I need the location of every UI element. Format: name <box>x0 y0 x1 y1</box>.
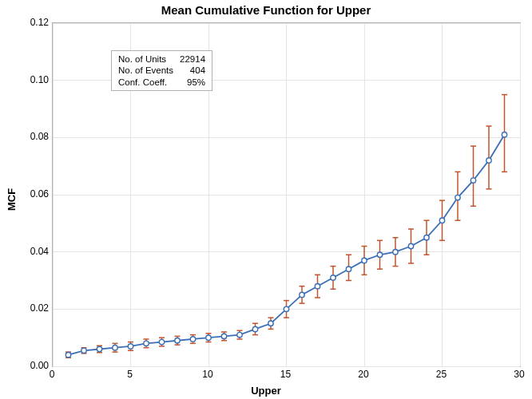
svg-point-115 <box>284 306 288 311</box>
svg-point-114 <box>268 321 273 326</box>
x-tick-label: 5 <box>118 369 142 380</box>
x-tick-label: 0 <box>40 369 64 380</box>
info-label: No. of Events <box>117 65 175 76</box>
svg-point-105 <box>128 344 133 349</box>
svg-point-102 <box>81 348 86 353</box>
svg-point-108 <box>175 338 180 343</box>
svg-point-123 <box>408 243 413 248</box>
svg-point-121 <box>377 252 382 257</box>
svg-point-126 <box>455 195 460 200</box>
svg-point-127 <box>470 178 475 183</box>
y-tick-label: 0.08 <box>9 131 49 142</box>
x-tick-label: 30 <box>507 369 531 380</box>
svg-point-116 <box>300 292 304 297</box>
info-label: No. of Units <box>117 53 175 65</box>
info-value: 22914 <box>175 53 207 65</box>
svg-point-107 <box>159 339 164 344</box>
svg-point-125 <box>439 218 444 223</box>
svg-point-112 <box>237 332 242 337</box>
info-row-conf: Conf. Coeff. 95% <box>117 77 207 88</box>
x-tick-label: 15 <box>274 369 298 380</box>
x-tick-label: 20 <box>351 369 375 380</box>
info-row-units: No. of Units 22914 <box>117 53 207 65</box>
svg-point-111 <box>221 334 226 338</box>
svg-point-128 <box>486 158 491 163</box>
y-tick-label: 0.10 <box>9 74 49 85</box>
svg-point-119 <box>346 267 351 271</box>
info-row-events: No. of Events 404 <box>117 65 207 76</box>
info-box: No. of Units 22914 No. of Events 404 Con… <box>111 50 212 91</box>
svg-point-113 <box>252 326 257 331</box>
y-tick-label: 0.12 <box>9 17 49 28</box>
svg-point-110 <box>206 335 211 340</box>
info-value: 95% <box>175 77 207 88</box>
svg-point-129 <box>502 132 506 137</box>
info-label: Conf. Coeff. <box>117 77 175 88</box>
svg-point-109 <box>190 337 195 342</box>
y-tick-label: 0.06 <box>9 188 49 200</box>
svg-point-101 <box>66 352 70 357</box>
svg-point-122 <box>393 249 398 254</box>
info-value: 404 <box>175 65 207 76</box>
y-tick-label: 0.04 <box>9 246 49 257</box>
svg-point-106 <box>144 341 149 346</box>
mcf-chart: Mean Cumulative Function for Upper MCF U… <box>0 0 532 399</box>
plot-area: No. of Units 22914 No. of Events 404 Con… <box>52 22 521 367</box>
x-axis-label: Upper <box>0 385 532 397</box>
x-tick-label: 25 <box>430 369 454 380</box>
x-tick-label: 10 <box>196 369 220 380</box>
svg-point-103 <box>97 346 101 351</box>
y-tick-label: 0.02 <box>9 302 49 314</box>
chart-title: Mean Cumulative Function for Upper <box>0 3 532 17</box>
svg-point-120 <box>362 258 367 263</box>
svg-point-117 <box>315 283 320 288</box>
svg-point-104 <box>113 346 117 350</box>
svg-point-118 <box>331 275 335 280</box>
svg-point-124 <box>424 235 429 240</box>
